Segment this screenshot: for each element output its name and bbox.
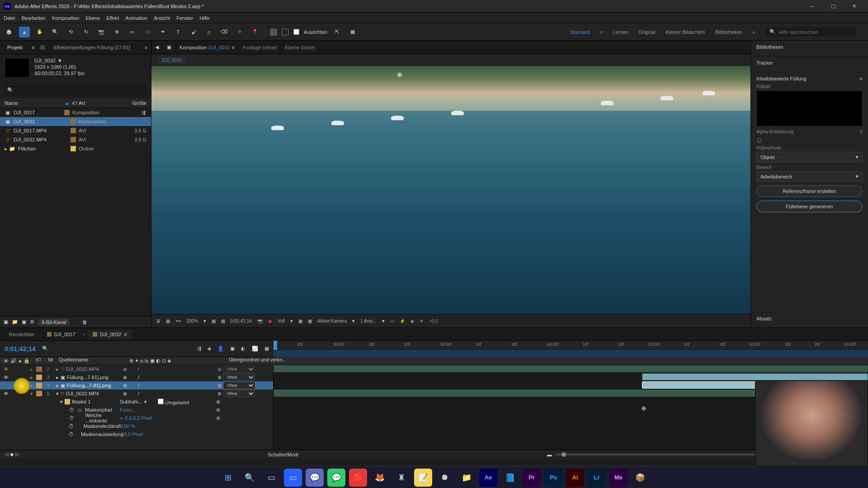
fast-icon[interactable]: ⚡ <box>400 319 405 324</box>
menu-effekt[interactable]: Effekt <box>106 15 119 21</box>
tab-komposition[interactable]: Komposition DJI_0032 ≡ <box>179 45 235 50</box>
switch-box[interactable]: ⊕ <box>123 383 127 389</box>
layer-row[interactable]: 👁 ▸ 2 ▸▽DJI_0032.MP4 ⊕/ ⊚Ohne <box>0 365 273 373</box>
expand-icon[interactable]: ▸ <box>5 146 9 152</box>
app-icon[interactable]: 📦 <box>631 469 649 487</box>
label-swatch[interactable] <box>36 375 42 380</box>
layer-icon[interactable]: ▣ <box>167 44 171 50</box>
switch-icon[interactable]: ◈ <box>167 358 171 364</box>
layer-row[interactable]: 👁 ▾ 5 ▾▽DJI_0032.MP4 ⊕/ ⊚Ohne <box>0 389 273 398</box>
expand-icon[interactable]: ▾ <box>56 391 59 397</box>
col-nr[interactable]: Nr <box>44 357 57 365</box>
menu-datei[interactable]: Datei <box>4 15 15 21</box>
prop-value[interactable]: Form... <box>120 407 136 413</box>
rectangle-tool[interactable]: ▭ <box>127 27 137 38</box>
snapshot-icon[interactable]: 📷 <box>257 319 263 324</box>
workspace-kleiner[interactable]: Kleiner Bildschirm <box>665 29 705 35</box>
media-encoder-icon[interactable]: Me <box>609 469 627 487</box>
eye-icon[interactable]: 👁 <box>4 375 9 380</box>
pan-behind-tool[interactable]: ⊕ <box>111 27 122 38</box>
layer-row[interactable]: ▸ 4 ▸▣Füllung...7-81].png ⊕/ ⊚Ohne <box>0 381 273 389</box>
pickwhip-icon[interactable]: ⊚ <box>216 415 220 421</box>
menu-hilfe[interactable]: Hilfe <box>200 15 210 21</box>
anchor-icon[interactable]: ⊕ <box>397 71 402 78</box>
text-tool[interactable]: T <box>173 27 184 38</box>
explorer-icon[interactable]: 📁 <box>458 469 476 487</box>
switch-icon[interactable]: ⊕ <box>129 358 133 364</box>
tab-renderliste[interactable]: Renderliste <box>4 330 40 339</box>
alpha-slider-handle[interactable] <box>757 138 762 143</box>
parent-select[interactable]: Ohne <box>223 374 255 381</box>
project-item[interactable]: ▣DJI_0032Komposition <box>0 117 151 126</box>
photoshop-icon[interactable]: Ps <box>544 469 562 487</box>
tab-menu-icon[interactable]: ≡ <box>32 45 34 50</box>
menu-fenster[interactable]: Fenster <box>176 15 193 21</box>
expand-icon[interactable]: ▸ <box>56 375 59 380</box>
label-swatch[interactable] <box>36 383 42 388</box>
eye-icon[interactable]: 👁 <box>4 391 9 396</box>
work-area-start[interactable] <box>274 341 277 350</box>
workspace-lernen[interactable]: Lernen <box>613 29 628 35</box>
switch-icon[interactable]: ◐ <box>156 358 160 364</box>
menu-animation[interactable]: Animation <box>125 15 147 21</box>
label-swatch[interactable] <box>71 146 76 151</box>
expand-icon[interactable]: ▾ <box>60 399 63 405</box>
bereich-select[interactable]: Arbeitsbereich▾ <box>756 171 863 182</box>
app-icon[interactable]: 💬 <box>306 469 324 487</box>
trash-icon[interactable]: 🗑 <box>82 319 87 325</box>
parent-select[interactable]: Ohne <box>223 366 255 373</box>
back-icon[interactable]: ◀ <box>155 44 159 50</box>
app-icon[interactable]: 🔴 <box>349 469 367 487</box>
label-swatch[interactable] <box>36 391 42 396</box>
clone-tool[interactable]: ⎌ <box>203 27 214 38</box>
minimize-button[interactable]: ─ <box>802 0 823 13</box>
new-comp-icon[interactable]: ▣ <box>22 319 26 325</box>
expand-icon[interactable]: ▸ <box>56 366 59 372</box>
help-search[interactable]: 🔍 Hilfe durchsuchen <box>765 27 855 37</box>
viewer-timecode[interactable]: 0;01;42;14 <box>231 319 252 324</box>
switch-icon[interactable]: ⧅ <box>140 358 143 364</box>
mask-mode-select[interactable]: Subtrahi... <box>120 399 142 404</box>
label-swatch[interactable] <box>64 110 70 115</box>
flow-icon[interactable]: ⇶ <box>140 110 146 116</box>
shy-icon[interactable]: 👤 <box>217 346 224 352</box>
search-button[interactable]: 🔍 <box>241 469 259 487</box>
chevron-down-icon[interactable]: ▼ <box>57 58 62 63</box>
label-col-icon[interactable]: 🏷 <box>36 357 41 362</box>
switch-icon[interactable]: ⊙ <box>162 358 166 364</box>
label-swatch[interactable] <box>71 119 76 124</box>
obs-icon[interactable]: ⏺ <box>436 469 454 487</box>
tab-more-icon[interactable]: » <box>145 45 147 50</box>
label-swatch[interactable] <box>71 137 76 142</box>
label-swatch[interactable] <box>36 366 42 372</box>
fill-color[interactable] <box>270 28 277 36</box>
bit-depth[interactable]: 8-Bit-Kanal <box>38 319 70 326</box>
col-quelle[interactable]: Quellenname <box>57 357 129 365</box>
project-item[interactable]: ▽DJI_0017.MP4AVI3,5 G <box>0 126 151 135</box>
frame-blend-icon[interactable]: ▣ <box>230 346 235 352</box>
alpha-value[interactable]: 0 <box>860 129 863 136</box>
mask-prop-row[interactable]: ⏱Maskenausweitung 10,0 Pixel <box>0 430 273 438</box>
settings-icon[interactable]: ⚙ <box>30 319 34 325</box>
timeline-ruler[interactable]: 20f 38:00f 10f 20f 39:00f 10f 20f 40:00f… <box>274 341 868 350</box>
whatsapp-icon[interactable]: 💬 <box>327 469 345 487</box>
col-parent[interactable]: Übergeordnet und verkn... <box>229 357 288 365</box>
premiere-icon[interactable]: Pr <box>523 469 541 487</box>
prop-value[interactable]: 100 % <box>121 423 135 429</box>
grid-icon[interactable]: ▦ <box>166 319 170 324</box>
grid-tool[interactable]: ▦ <box>347 27 358 38</box>
section-absatz[interactable]: Absatz <box>751 312 868 328</box>
sort-icon[interactable]: ▲ <box>65 100 70 106</box>
workspace-more-icon[interactable]: » <box>752 29 755 35</box>
snap-tool[interactable]: ⇱ <box>332 27 343 38</box>
label-swatch[interactable] <box>71 128 76 133</box>
mask-row[interactable]: ▾Maske 1 Subtrahi...▾ Umgekehrt ⊚ <box>0 398 273 406</box>
workspace-standard[interactable]: Standard <box>570 29 590 35</box>
menu-ansicht[interactable]: Ansicht <box>154 15 170 21</box>
project-item[interactable]: ▣DJI_0017Komposition⇶ <box>0 108 151 117</box>
stopwatch-icon[interactable]: ⏱ <box>69 423 74 429</box>
project-item[interactable]: ▽DJI_0032.MP4AVI3,5 G <box>0 135 151 144</box>
comp-flow-icon[interactable]: ⇶ <box>197 346 201 352</box>
brain-icon[interactable]: ▦ <box>264 346 269 352</box>
ellipse-tool[interactable]: ⬭ <box>142 27 153 38</box>
